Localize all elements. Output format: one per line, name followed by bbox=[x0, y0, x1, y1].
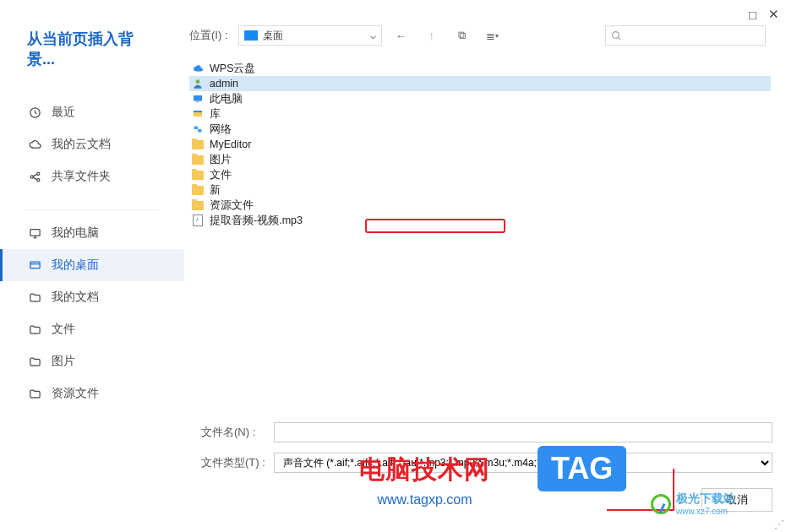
svg-rect-13 bbox=[194, 127, 199, 130]
clouddisk-icon bbox=[191, 62, 205, 74]
view-mode-button[interactable]: ≣▾ bbox=[482, 25, 504, 46]
monitor-icon bbox=[28, 226, 41, 240]
net-icon bbox=[191, 123, 205, 135]
folder-icon bbox=[191, 199, 205, 211]
file-name: 此电脑 bbox=[210, 92, 243, 106]
search-box[interactable] bbox=[605, 25, 766, 46]
sidebar-item-label: 我的云文档 bbox=[52, 137, 111, 152]
desktop-icon bbox=[244, 30, 258, 41]
svg-rect-12 bbox=[194, 111, 202, 112]
filetype-select[interactable]: 声音文件 (*.aif;*.aifc;*.aiff;*.au;*.mp3;*.m… bbox=[274, 453, 772, 473]
back-button[interactable]: ← bbox=[390, 25, 412, 46]
lib-icon bbox=[191, 108, 205, 120]
sidebar-item-我的云文档[interactable]: 我的云文档 bbox=[0, 128, 184, 160]
file-name: WPS云盘 bbox=[210, 62, 255, 76]
svg-rect-5 bbox=[30, 262, 39, 269]
folder-icon bbox=[191, 169, 205, 181]
file-name: 提取音频-视频.mp3 bbox=[210, 214, 303, 228]
folder-icon bbox=[191, 184, 205, 196]
folder-icon bbox=[28, 323, 41, 336]
sidebar-item-label: 最近 bbox=[52, 105, 75, 120]
desktop-icon bbox=[28, 258, 41, 272]
folder-icon bbox=[28, 387, 41, 400]
file-row[interactable]: admin bbox=[189, 76, 771, 91]
sidebar-item-label: 我的电脑 bbox=[52, 225, 99, 241]
svg-rect-4 bbox=[30, 229, 39, 236]
file-row[interactable]: 提取音频-视频.mp3 bbox=[189, 213, 771, 228]
sidebar-item-最近[interactable]: 最近 bbox=[0, 96, 184, 128]
folder-icon bbox=[191, 138, 205, 150]
svg-point-6 bbox=[613, 31, 620, 38]
svg-rect-14 bbox=[198, 129, 202, 133]
filename-label: 文件名(N) : bbox=[201, 425, 269, 440]
file-name: 资源文件 bbox=[210, 198, 254, 213]
sidebar-item-label: 我的桌面 bbox=[52, 258, 99, 273]
file-name: 网络 bbox=[210, 122, 232, 137]
file-row[interactable]: 此电脑 bbox=[189, 91, 771, 106]
sidebar-item-我的桌面[interactable]: 我的桌面 bbox=[0, 249, 184, 281]
file-row[interactable]: MyEditor bbox=[189, 137, 771, 152]
cloud-icon bbox=[28, 138, 41, 151]
sidebar-separator bbox=[25, 209, 159, 210]
bottom-panel: 文件名(N) : 文件类型(T) : 声音文件 (*.aif;*.aifc;*.… bbox=[184, 415, 786, 532]
file-name: MyEditor bbox=[210, 138, 251, 150]
sidebar-item-文件[interactable]: 文件 bbox=[0, 313, 184, 345]
sidebar-item-我的电脑[interactable]: 我的电脑 bbox=[0, 217, 184, 249]
folder-icon bbox=[191, 154, 205, 166]
location-dropdown[interactable]: 桌面 ⌵ bbox=[238, 25, 382, 46]
sidebar-item-label: 图片 bbox=[52, 354, 75, 369]
file-row[interactable]: WPS云盘 bbox=[189, 61, 771, 76]
file-row[interactable]: 资源文件 bbox=[189, 198, 771, 213]
file-name: 新 bbox=[210, 183, 221, 198]
toolbar: 位置(I) : 桌面 ⌵ ← ↑ ⧉ ≣▾ bbox=[184, 25, 786, 59]
sidebar-item-label: 资源文件 bbox=[52, 386, 99, 401]
sidebar-item-label: 我的文档 bbox=[52, 290, 99, 305]
share-icon bbox=[28, 170, 41, 183]
file-row[interactable]: 新 bbox=[189, 182, 771, 198]
audio-icon bbox=[191, 214, 205, 226]
file-list[interactable]: WPS云盘admin此电脑库网络MyEditor图片文件新资源文件提取音频-视频… bbox=[184, 59, 786, 415]
new-folder-button[interactable]: ⧉ bbox=[451, 25, 473, 46]
up-button[interactable]: ↑ bbox=[421, 25, 443, 46]
svg-rect-10 bbox=[197, 101, 199, 102]
cancel-button[interactable]: 取消 bbox=[701, 488, 772, 512]
file-name: admin bbox=[210, 78, 238, 90]
svg-rect-9 bbox=[194, 95, 202, 101]
location-label: 位置(I) : bbox=[189, 28, 228, 43]
file-row[interactable]: 图片 bbox=[189, 152, 771, 167]
file-name: 图片 bbox=[210, 153, 232, 167]
location-value: 桌面 bbox=[263, 29, 283, 43]
chevron-down-icon: ⌵ bbox=[370, 30, 376, 41]
svg-point-8 bbox=[196, 79, 200, 84]
file-row[interactable]: 网络 bbox=[189, 122, 771, 137]
sidebar-item-我的文档[interactable]: 我的文档 bbox=[0, 281, 184, 313]
sidebar-item-资源文件[interactable]: 资源文件 bbox=[0, 377, 184, 410]
file-row[interactable]: 文件 bbox=[189, 167, 771, 182]
filetype-label: 文件类型(T) : bbox=[201, 455, 269, 470]
sidebar-item-共享文件夹[interactable]: 共享文件夹 bbox=[0, 160, 184, 193]
sidebar-item-label: 文件 bbox=[52, 322, 75, 337]
main-pane: 位置(I) : 桌面 ⌵ ← ↑ ⧉ ≣▾ WPS云盘admin此电脑库网络My… bbox=[184, 0, 786, 532]
file-name: 文件 bbox=[210, 168, 232, 182]
sidebar: 从当前页插入背景... 最近我的云文档共享文件夹 我的电脑我的桌面我的文档文件图… bbox=[0, 0, 184, 532]
file-row[interactable]: 库 bbox=[189, 106, 771, 122]
pc-icon bbox=[191, 93, 205, 105]
filename-input[interactable] bbox=[274, 422, 772, 442]
sidebar-item-label: 共享文件夹 bbox=[52, 169, 111, 184]
user-icon bbox=[191, 78, 205, 90]
folder-icon bbox=[28, 290, 41, 304]
search-icon bbox=[611, 30, 622, 41]
file-name: 库 bbox=[210, 107, 221, 122]
svg-line-7 bbox=[618, 37, 620, 40]
sidebar-item-图片[interactable]: 图片 bbox=[0, 345, 184, 377]
folder-icon bbox=[28, 355, 41, 368]
clock-icon bbox=[28, 106, 41, 119]
dialog-title: 从当前页插入背景... bbox=[0, 29, 184, 96]
